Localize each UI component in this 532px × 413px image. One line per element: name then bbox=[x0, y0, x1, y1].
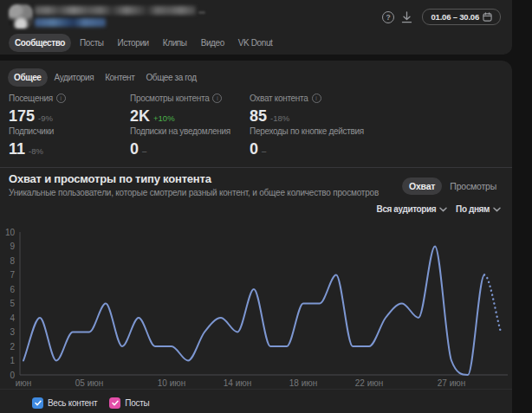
svg-text:9: 9 bbox=[10, 242, 15, 251]
checkbox-checked-icon[interactable] bbox=[109, 397, 120, 409]
calendar-icon bbox=[483, 12, 492, 22]
stat-value: 85 bbox=[250, 107, 267, 126]
stat-value: 0 bbox=[250, 140, 258, 158]
svg-text:5: 5 bbox=[10, 299, 15, 308]
svg-text:27 июн: 27 июн bbox=[438, 378, 466, 388]
stat-notification-subs: Подписки на уведомления 0– bbox=[130, 126, 250, 158]
help-icon[interactable]: ? bbox=[381, 10, 394, 23]
stat-label: Подписчики bbox=[9, 126, 54, 136]
tab-general[interactable]: Общее bbox=[8, 68, 48, 87]
stat-value: 11 bbox=[9, 140, 25, 158]
granularity-filter-label: По дням bbox=[456, 204, 490, 214]
svg-text:14 июн: 14 июн bbox=[224, 378, 252, 388]
section-subtitle: Уникальные пользователи, которые смотрел… bbox=[9, 188, 379, 197]
community-title-blurred bbox=[35, 6, 196, 15]
svg-text:7: 7 bbox=[10, 270, 15, 280]
section-title: Охват и просмотры по типу контента bbox=[9, 172, 211, 185]
download-icon[interactable] bbox=[400, 10, 413, 23]
stat-label: Переходы по кнопке действия bbox=[250, 126, 364, 136]
stat-label: Подписки на уведомления bbox=[130, 126, 230, 136]
chart-filters: Вся аудитория По дням bbox=[377, 204, 501, 214]
stat-subscribers: Подписчики 11-8% bbox=[9, 126, 128, 158]
stat-content-reach: Охват контентаi 85-18% bbox=[250, 94, 369, 126]
svg-text:2: 2 bbox=[10, 342, 15, 352]
stat-delta: -18% bbox=[270, 113, 289, 123]
svg-text:22 июн: 22 июн bbox=[355, 378, 384, 388]
tab-stories[interactable]: Истории bbox=[113, 34, 154, 52]
audience-filter[interactable]: Вся аудитория bbox=[377, 204, 448, 214]
community-link-blurred[interactable] bbox=[35, 18, 106, 27]
svg-text:июн: июн bbox=[16, 378, 32, 388]
tab-posts[interactable]: Посты bbox=[75, 34, 109, 52]
stat-delta: -8% bbox=[29, 146, 43, 156]
tab-general-year[interactable]: Общее за год bbox=[141, 68, 200, 87]
checkbox-checked-icon[interactable] bbox=[32, 397, 43, 409]
mode-tabs: Охват Просмотры bbox=[402, 177, 503, 195]
info-icon[interactable]: i bbox=[312, 94, 321, 103]
svg-text:6: 6 bbox=[10, 285, 15, 294]
stat-delta: – bbox=[262, 146, 266, 156]
overview-card: Общее Аудитория Контент Общее за год Пос… bbox=[0, 61, 512, 413]
tab-content[interactable]: Контент bbox=[101, 68, 139, 87]
legend-label: Весь контент bbox=[48, 398, 97, 408]
stat-value: 2K bbox=[130, 107, 150, 126]
svg-text:18 июн: 18 июн bbox=[289, 378, 318, 388]
reach-line-chart[interactable]: 012345678910июн05 июн10 июн14 июн18 июн2… bbox=[0, 222, 512, 395]
svg-text:1: 1 bbox=[10, 356, 15, 365]
community-avatar[interactable] bbox=[9, 4, 33, 29]
svg-text:4: 4 bbox=[10, 313, 15, 323]
stat-content-views: Просмотры контентаi 2K+10% bbox=[130, 94, 250, 126]
mode-tab-reach[interactable]: Охват bbox=[402, 177, 442, 195]
tab-video[interactable]: Видео bbox=[196, 34, 230, 52]
svg-text:8: 8 bbox=[10, 256, 15, 266]
stat-delta: +10% bbox=[153, 113, 175, 123]
stat-delta: – bbox=[142, 146, 146, 156]
granularity-filter[interactable]: По дням bbox=[456, 204, 501, 214]
chevron-down-icon bbox=[439, 207, 447, 212]
legend-label: Посты bbox=[125, 398, 149, 408]
stat-value: 175 bbox=[9, 107, 35, 126]
stat-label: Просмотры контента bbox=[130, 94, 209, 103]
tab-vk-donut[interactable]: VK Donut bbox=[233, 34, 278, 52]
tab-community[interactable]: Сообщество bbox=[9, 34, 71, 52]
chart-legend: Весь контент Посты bbox=[32, 397, 149, 409]
date-range-label: 01.06 – 30.06 bbox=[431, 12, 479, 22]
legend-divider bbox=[0, 389, 512, 390]
stat-value: 0 bbox=[130, 140, 139, 158]
stat-label: Посещения bbox=[9, 94, 53, 103]
section-divider bbox=[0, 167, 512, 168]
community-title-suffix-blurred bbox=[198, 11, 205, 14]
svg-text:0: 0 bbox=[10, 371, 15, 380]
main-tabs: Сообщество Посты Истории Клипы Видео VK … bbox=[9, 34, 277, 52]
stat-action-button-clicks: Переходы по кнопке действия 0– bbox=[250, 126, 369, 158]
svg-text:3: 3 bbox=[10, 327, 15, 337]
overview-tabs: Общее Аудитория Контент Общее за год bbox=[8, 68, 201, 87]
svg-text:10: 10 bbox=[5, 228, 16, 237]
mode-tab-views[interactable]: Просмотры bbox=[444, 177, 503, 195]
svg-text:05 июн: 05 июн bbox=[75, 378, 104, 388]
legend-all-content[interactable]: Весь контент bbox=[32, 397, 97, 409]
community-header: ? 01.06 – 30.06 Сообщество Посты Истории… bbox=[0, 0, 512, 55]
stat-label: Охват контента bbox=[250, 94, 308, 103]
date-range-button[interactable]: 01.06 – 30.06 bbox=[422, 9, 501, 25]
info-icon[interactable]: i bbox=[56, 94, 66, 103]
chevron-down-icon bbox=[493, 207, 501, 212]
audience-filter-label: Вся аудитория bbox=[377, 204, 437, 214]
info-icon[interactable]: i bbox=[212, 94, 222, 103]
svg-text:10 июн: 10 июн bbox=[158, 378, 186, 388]
tab-clips[interactable]: Клипы bbox=[158, 34, 192, 52]
header-controls: ? 01.06 – 30.06 bbox=[381, 9, 501, 25]
stat-visits: Посещенияi 175-9% bbox=[9, 94, 128, 126]
tab-audience[interactable]: Аудитория bbox=[50, 68, 99, 87]
stat-delta: -9% bbox=[38, 113, 53, 123]
legend-posts[interactable]: Посты bbox=[109, 397, 149, 409]
